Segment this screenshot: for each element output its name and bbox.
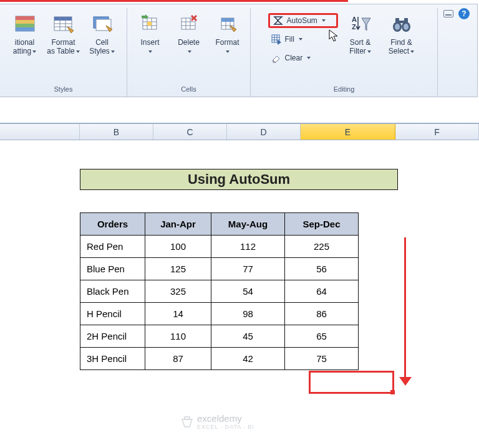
- ribbon: ? itionalatting Formatas Table CellStyle…: [0, 4, 478, 97]
- selected-cell-outline[interactable]: [309, 371, 394, 394]
- cell[interactable]: 54: [211, 280, 285, 303]
- cell[interactable]: 125: [145, 258, 211, 280]
- data-table: Orders Jan-Apr May-Aug Sep-Dec Red Pen 1…: [80, 212, 359, 370]
- delete-button[interactable]: Delete: [170, 11, 208, 72]
- format-icon: [216, 13, 239, 36]
- cell[interactable]: 56: [285, 258, 359, 280]
- cell[interactable]: 325: [145, 280, 211, 303]
- fill-button[interactable]: Fill: [268, 32, 338, 47]
- column-header-d[interactable]: D: [227, 124, 301, 140]
- svg-rect-3: [16, 24, 34, 27]
- delete-icon: [178, 13, 200, 36]
- column-header-b[interactable]: B: [80, 124, 153, 140]
- find-select-label: Find &Select: [389, 38, 412, 55]
- table-row: Black Pen 325 54 64: [80, 280, 359, 303]
- column-header-e[interactable]: E: [301, 124, 395, 140]
- conditional-formatting-button[interactable]: itionalatting: [6, 11, 44, 72]
- svg-rect-34: [395, 18, 399, 24]
- cell[interactable]: 77: [211, 258, 285, 280]
- column-header-c[interactable]: C: [153, 124, 227, 140]
- svg-text:A: A: [352, 16, 357, 23]
- annotation-arrow-line: [404, 237, 406, 379]
- watermark-sub: EXCEL · DATA · BI: [197, 424, 254, 430]
- column-header-row: B C D E F: [0, 123, 479, 140]
- cell[interactable]: 86: [285, 303, 359, 325]
- svg-rect-35: [404, 18, 408, 24]
- sort-filter-button[interactable]: AZ Sort &Filter: [342, 11, 379, 72]
- format-as-table-label: Formatas Table: [47, 38, 75, 55]
- cell[interactable]: 65: [285, 325, 359, 348]
- group-cells: Insert Delete Format Cells: [127, 8, 251, 97]
- autosum-button[interactable]: AutoSum: [268, 13, 338, 28]
- cell[interactable]: 110: [145, 325, 211, 348]
- watermark-icon: [181, 416, 193, 428]
- cell[interactable]: 2H Pencil: [80, 325, 145, 348]
- delete-label: Delete: [178, 38, 200, 47]
- cell[interactable]: 45: [211, 325, 285, 348]
- cell[interactable]: 100: [145, 236, 211, 258]
- watermark: exceldemy EXCEL · DATA · BI: [181, 413, 254, 430]
- cell[interactable]: H Pencil: [80, 303, 145, 325]
- header-sep-dec[interactable]: Sep-Dec: [285, 213, 359, 236]
- cell[interactable]: 14: [145, 303, 211, 325]
- format-button[interactable]: Format: [209, 11, 246, 72]
- fill-label: Fill: [285, 35, 294, 44]
- cell[interactable]: Red Pen: [80, 236, 145, 258]
- cell[interactable]: 64: [285, 280, 359, 303]
- insert-button[interactable]: Insert: [132, 11, 169, 72]
- cell[interactable]: Blue Pen: [80, 258, 145, 280]
- conditional-formatting-icon: [14, 13, 36, 36]
- merged-title-cell[interactable]: Using AutoSum: [80, 169, 398, 190]
- clear-label: Clear: [285, 54, 303, 62]
- cell[interactable]: 112: [211, 236, 285, 258]
- svg-rect-4: [16, 27, 34, 31]
- table-row: 3H Pencil 87 42 75: [80, 348, 359, 370]
- insert-icon: [139, 13, 162, 36]
- format-as-table-button[interactable]: Formatas Table: [45, 11, 82, 72]
- table-row: Blue Pen 125 77 56: [80, 258, 359, 280]
- svg-rect-1: [16, 16, 34, 20]
- group-label-editing: Editing: [334, 85, 355, 95]
- table-row: H Pencil 14 98 86: [80, 303, 359, 325]
- cell-styles-button[interactable]: CellStyles: [84, 11, 121, 72]
- header-jan-apr[interactable]: Jan-Apr: [145, 213, 211, 236]
- annotation-arrow-head: [399, 377, 412, 386]
- insert-label: Insert: [140, 38, 159, 47]
- clear-button[interactable]: Clear: [268, 50, 338, 65]
- svg-rect-2: [16, 20, 34, 24]
- group-styles: itionalatting Formatas Table CellStyles …: [0, 8, 127, 97]
- autosum-label: AutoSum: [287, 16, 317, 25]
- svg-rect-36: [399, 21, 404, 23]
- column-header-f[interactable]: F: [395, 124, 479, 140]
- cell[interactable]: 3H Pencil: [80, 348, 145, 370]
- svg-rect-18: [147, 22, 152, 26]
- find-select-button[interactable]: Find &Select: [383, 11, 420, 72]
- sort-filter-icon: AZ: [349, 13, 372, 36]
- header-may-aug[interactable]: May-Aug: [211, 213, 285, 236]
- cell-styles-icon: [91, 13, 114, 36]
- cell[interactable]: 75: [285, 348, 359, 370]
- cell[interactable]: 98: [211, 303, 285, 325]
- cell[interactable]: 225: [285, 236, 359, 258]
- conditional-formatting-label: itionalatting: [13, 38, 34, 55]
- cell-styles-label: CellStyles: [89, 38, 110, 55]
- format-as-table-icon: [52, 13, 75, 36]
- eraser-icon: [271, 52, 282, 64]
- watermark-brand: exceldemy: [197, 413, 242, 424]
- header-orders[interactable]: Orders: [80, 213, 145, 236]
- cell[interactable]: 42: [211, 348, 285, 370]
- group-label-cells: Cells: [181, 85, 196, 95]
- svg-rect-6: [54, 17, 72, 21]
- fill-handle[interactable]: [390, 390, 395, 394]
- table-row: Red Pen 100 112 225: [80, 236, 359, 258]
- group-editing: AutoSum Fill Clear AZ Sort &Filter: [251, 8, 438, 97]
- cell[interactable]: 87: [145, 348, 211, 370]
- group-label-styles: Styles: [54, 85, 73, 95]
- svg-text:Z: Z: [352, 23, 356, 31]
- worksheet-area[interactable]: Using AutoSum Orders Jan-Apr May-Aug Sep…: [0, 140, 479, 448]
- binoculars-icon: [390, 13, 413, 36]
- sigma-icon: [273, 15, 284, 26]
- cell[interactable]: Black Pen: [80, 280, 145, 303]
- table-row: 2H Pencil 110 45 65: [80, 325, 359, 348]
- format-label: Format: [215, 38, 239, 47]
